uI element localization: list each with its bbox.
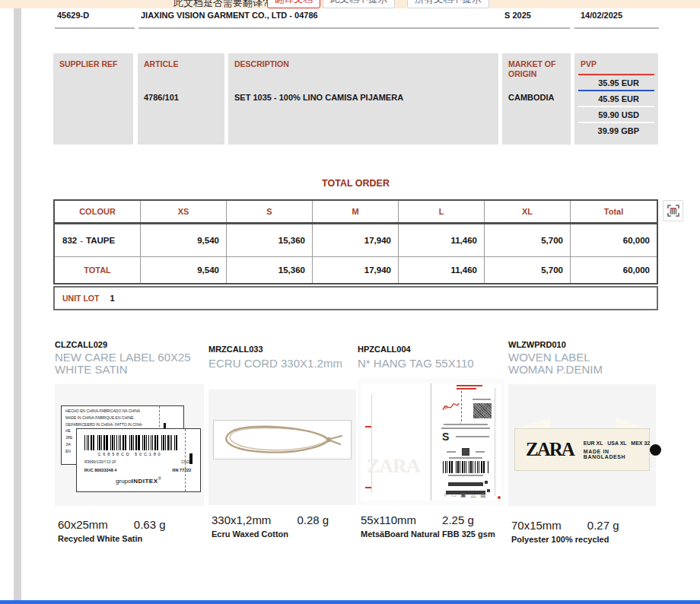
woven-label: ZARA EUR XL USA XL MEX 32 MADE IN BANGLA… xyxy=(514,428,650,471)
unit-lot-label: UNIT LOT xyxy=(62,294,99,303)
col-s: S xyxy=(227,201,313,222)
supplier-ref-box: SUPPLIER REF xyxy=(53,53,133,145)
black-dot xyxy=(650,444,661,456)
qty-xl: 5,700 xyxy=(485,224,571,256)
market-origin-value: CAMBODIA xyxy=(508,93,555,102)
component-weight: 0.63 g xyxy=(134,518,166,531)
care-label-barcode xyxy=(84,435,177,450)
component-material: Ecru Waxed Cotton xyxy=(212,529,288,539)
qty-total: 60,000 xyxy=(571,224,657,256)
cord-swatch xyxy=(213,420,352,459)
tag-size-letter: S xyxy=(442,431,449,443)
component-size: 330x1,2mm xyxy=(212,513,271,526)
hang-tag-image: + S xyxy=(358,379,504,505)
care-back-line3: GEFABRICEERD IN CHINA- FATTO IN CINA- xyxy=(65,423,143,428)
woven-origin-line: MADE IN BANGLADESH xyxy=(584,449,650,459)
care-front-mark xyxy=(189,453,192,464)
unit-lot-box: UNIT LOT 1 xyxy=(53,286,658,310)
care-row1-left: R3690/130/Y13 1F xyxy=(84,460,116,465)
red-dot xyxy=(498,496,501,499)
supplier-field: JIAXING VISION GARMENT CO., LTD - 04786 xyxy=(138,11,502,29)
component-title: WOVEN LABEL WOMAN P.DENIM xyxy=(508,351,638,376)
component-weight: 2.25 g xyxy=(442,513,474,526)
qty-l: 11,460 xyxy=(399,224,485,256)
supplier-ref-label: SUPPLIER REF xyxy=(59,59,117,69)
component-card-hang-tag: HPZCALL004 N* HANG TAG 55X110 xyxy=(358,345,504,370)
skip-all-documents-button[interactable]: 所有文档不提示 xyxy=(407,0,489,8)
component-size: 55x110mm xyxy=(361,513,416,526)
component-material: Polyester 100% recycled xyxy=(511,535,609,544)
date-field: 14/02/2025 xyxy=(574,11,659,29)
colour-name: TAUPE xyxy=(86,236,115,245)
component-code: HPZCALL004 xyxy=(358,345,504,354)
woven-size-line: EUR XL USA XL MEX 32 xyxy=(584,440,650,446)
cord-image xyxy=(208,389,356,505)
pvp-price-gbp: 39.99 GBP xyxy=(578,122,654,138)
total-l: 11,460 xyxy=(399,257,485,283)
translate-prompt-bar: 此文档是否需要翻译? 翻译文档 此文档不提示 所有文档不提示 xyxy=(0,0,700,8)
table-row: 832 - TAUPE 9,540 15,360 17,940 11,460 5… xyxy=(55,224,657,257)
red-mark-bottom xyxy=(365,487,371,488)
cord-drawing xyxy=(214,421,351,459)
tag-barcode xyxy=(443,461,488,473)
care-back-line1: HECHO EN CHINA-FABRICADO NA CHINA xyxy=(65,409,143,415)
qty-m: 17,940 xyxy=(313,224,399,256)
component-code: MRZCALL033 xyxy=(208,345,356,354)
total-order-title: TOTAL ORDER xyxy=(53,178,658,189)
total-s: 15,360 xyxy=(227,257,313,283)
inditex-brand: grupoINDITEX® xyxy=(77,476,200,485)
total-xl: 5,700 xyxy=(485,257,571,283)
care-row2-left: RUC 80033348 4 xyxy=(84,468,117,472)
total-label: TOTAL xyxy=(55,257,141,283)
market-origin-label: MARKET OF ORIGIN xyxy=(508,59,562,78)
component-weight: 0.28 g xyxy=(297,513,329,526)
tag-size-row: S xyxy=(437,429,495,443)
red-annotation-1 xyxy=(457,385,482,386)
care-label-front: C6858CD 50C180 R3690/130/Y13 1F CN28 RUC… xyxy=(76,428,201,492)
pvp-label: PVP xyxy=(581,59,597,69)
table-capture-button[interactable] xyxy=(663,200,683,221)
component-weight: 0.27 g xyxy=(587,519,619,532)
translate-document-button[interactable]: 翻译文档 xyxy=(267,0,320,8)
description-box: DESCRIPTION SET 1035 - 100% LINO CAMISA … xyxy=(228,53,498,145)
red-mark-left xyxy=(365,426,371,428)
component-spec: 55x110mm 2.25 g xyxy=(361,513,474,526)
care-label-image: HECHO EN CHINA-FABRICADO NA CHINA MADE I… xyxy=(55,384,204,506)
care-row2-right: RN 77222 xyxy=(173,468,192,472)
tag-right-edge xyxy=(495,388,495,496)
component-material: Recycled White Satin xyxy=(58,534,142,543)
col-xl: XL xyxy=(485,201,571,222)
component-title: NEW CARE LABEL 60X25 WHITE SATIN xyxy=(55,351,199,376)
woven-label-image: ZARA EUR XL USA XL MEX 32 MADE IN BANGLA… xyxy=(508,384,656,506)
care-icons: ○ □ ▣ △ ▥ xyxy=(434,491,498,498)
skip-this-document-button[interactable]: 此文档不提示 xyxy=(323,0,395,8)
description-label: DESCRIPTION xyxy=(234,59,289,69)
qty-xs: 9,540 xyxy=(141,224,227,256)
care-barcode-text: C6858CD 50C180 xyxy=(77,452,183,456)
col-total: Total xyxy=(571,201,657,222)
table-capture-icon xyxy=(667,205,679,217)
pvp-price-usd: 59.90 USD xyxy=(578,106,654,122)
description-value: SET 1035 - 100% LINO CAMISA PIJAMERA xyxy=(234,93,403,102)
tag-microtext-2 xyxy=(437,455,495,459)
article-label: ARTICLE xyxy=(144,59,179,69)
red-guide-line xyxy=(461,391,462,421)
pvp-box: PVP 35.95 EUR 45.95 EUR 59.90 USD 39.99 … xyxy=(574,53,658,145)
table-total-row: TOTAL 9,540 15,360 17,940 11,460 5,700 6… xyxy=(55,257,657,283)
component-title: N* HANG TAG 55X110 xyxy=(358,358,504,370)
colour-code: 832 xyxy=(62,236,77,245)
component-spec: 60x25mm 0.63 g xyxy=(58,518,166,531)
zara-logo: ZARA xyxy=(526,439,574,460)
label-fold-left xyxy=(517,418,551,428)
bottom-scrollbar[interactable] xyxy=(0,600,700,604)
component-card-care-label: CLZCALL029 NEW CARE LABEL 60X25 WHITE SA… xyxy=(55,340,204,376)
tag-left-edge xyxy=(371,394,372,493)
total-order-table: COLOUR XS S M L XL Total 832 - TAUPE 9,5… xyxy=(53,199,658,285)
qty-s: 15,360 xyxy=(227,224,313,256)
red-sketch xyxy=(441,400,460,414)
tag-microtext xyxy=(437,421,495,429)
page-left-edge xyxy=(14,8,21,604)
colour-separator: - xyxy=(80,236,83,245)
doc-ref-field: 45629-D xyxy=(55,11,135,29)
hang-tag-proof: + S xyxy=(361,383,501,501)
